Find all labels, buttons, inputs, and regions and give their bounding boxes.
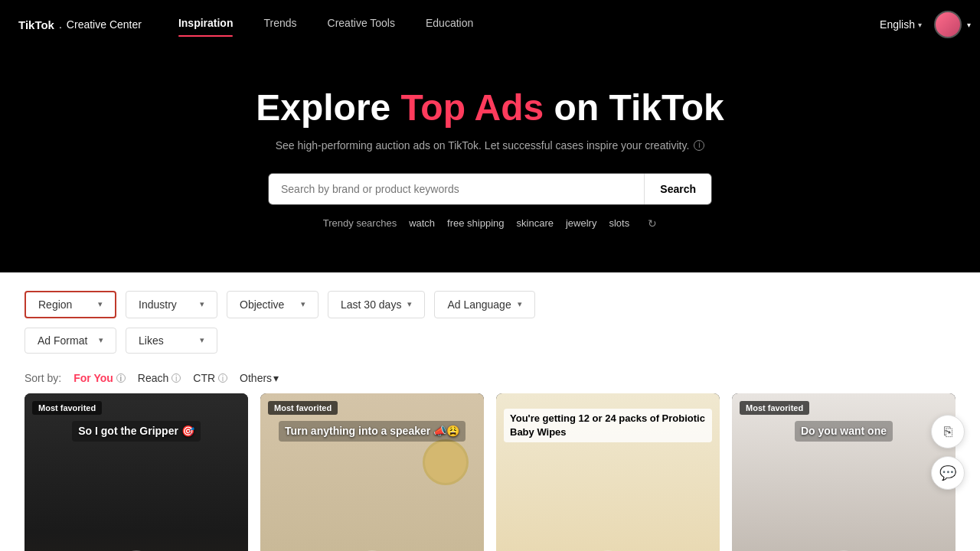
ad-language-label: Ad Language	[447, 298, 511, 311]
filters-row-1: Region ▾ Industry ▾ Objective ▾ Last 30 …	[24, 291, 956, 318]
video-caption-text-1: So I got the Gripper 🎯	[72, 421, 201, 442]
hero-title-highlight: Top Ads	[401, 87, 544, 128]
likes-dropdown[interactable]: Likes ▾	[126, 328, 217, 354]
last30days-dropdown[interactable]: Last 30 days ▾	[328, 291, 425, 318]
ad-format-chevron-icon: ▾	[99, 335, 103, 345]
nav-links: Inspiration Trends Creative Tools Educat…	[178, 17, 880, 32]
nav-link-creative-tools[interactable]: Creative Tools	[328, 17, 395, 32]
sort-row: Sort by: For You i Reach i CTR i Others …	[24, 363, 956, 393]
hero-section: Explore Top Ads on TikTok See high-perfo…	[0, 49, 980, 272]
video-grid: Most favorited So I got the Gripper 🎯 21…	[24, 393, 956, 551]
industry-dropdown[interactable]: Industry ▾	[126, 291, 217, 318]
language-chevron-icon: ▾	[918, 21, 922, 29]
video-badge-4: Most favorited	[740, 401, 809, 415]
chat-icon: 💬	[939, 465, 956, 481]
brand-name-cc: Creative Center	[67, 18, 142, 31]
filters-section: Region ▾ Industry ▾ Objective ▾ Last 30 …	[0, 272, 980, 393]
sort-label: Sort by:	[24, 372, 61, 384]
trendy-tag-slots[interactable]: slots	[609, 217, 629, 229]
video-card-3[interactable]: You're getting 12 or 24 packs of Probiot…	[496, 393, 720, 551]
share-icon: ⎘	[944, 424, 952, 440]
likes-chevron-icon: ▾	[200, 335, 204, 345]
search-bar: Search	[268, 173, 712, 205]
chat-fab-button[interactable]: 💬	[931, 456, 965, 490]
search-button[interactable]: Search	[644, 174, 711, 204]
video-caption-2: Turn anything into a speaker 📣😩	[260, 415, 484, 448]
filters-row-2: Ad Format ▾ Likes ▾	[24, 328, 956, 354]
hero-title-prefix: Explore	[256, 87, 400, 128]
video-caption-1: So I got the Gripper 🎯	[24, 415, 248, 448]
sort-reach[interactable]: Reach i	[138, 372, 181, 384]
objective-label: Objective	[240, 298, 284, 311]
video-caption-text-3: You're getting 12 or 24 packs of Probiot…	[504, 409, 712, 442]
trendy-label: Trendy searches	[323, 217, 397, 229]
video-badge-1: Most favorited	[32, 401, 102, 415]
trendy-tag-jewelry[interactable]: jewelry	[566, 217, 596, 229]
video-card-4[interactable]: Most favorited Do you want one	[732, 393, 956, 551]
industry-label: Industry	[139, 298, 177, 311]
search-input[interactable]	[269, 174, 644, 204]
sort-for-you-info-icon[interactable]: i	[116, 373, 126, 383]
video-caption-text-2: Turn anything into a speaker 📣😩	[279, 421, 466, 442]
sort-for-you[interactable]: For You i	[74, 372, 126, 384]
language-label: English	[880, 18, 915, 31]
ad-format-label: Ad Format	[38, 334, 87, 347]
video-card-1[interactable]: Most favorited So I got the Gripper 🎯 21…	[24, 393, 248, 551]
region-dropdown[interactable]: Region ▾	[24, 291, 116, 318]
sort-others-dropdown[interactable]: Others ▾	[240, 372, 279, 384]
last30days-label: Last 30 days	[341, 298, 401, 311]
region-label: Region	[38, 298, 72, 311]
trendy-tag-free-shipping[interactable]: free shipping	[447, 217, 504, 229]
share-fab-button[interactable]: ⎘	[931, 415, 965, 448]
brand-logo[interactable]: TikTok. Creative Center	[18, 18, 142, 31]
navbar-right: English ▾	[880, 11, 962, 38]
sort-ctr[interactable]: CTR i	[193, 372, 227, 384]
sort-reach-info-icon[interactable]: i	[172, 373, 181, 383]
video-caption-3: You're getting 12 or 24 packs of Probiot…	[496, 401, 720, 450]
hero-title: Explore Top Ads on TikTok	[18, 86, 962, 130]
fab-container: ⎘ 💬	[931, 415, 965, 490]
sort-ctr-info-icon[interactable]: i	[218, 373, 227, 383]
video-badge-2: Most favorited	[268, 401, 338, 415]
nav-link-education[interactable]: Education	[426, 17, 473, 32]
region-chevron-icon: ▾	[98, 299, 103, 309]
last30days-chevron-icon: ▾	[407, 299, 412, 309]
user-avatar-button[interactable]	[934, 11, 962, 38]
sort-others-chevron-icon: ▾	[273, 372, 279, 384]
ad-language-dropdown[interactable]: Ad Language ▾	[434, 291, 534, 318]
subtitle-info-icon[interactable]: i	[694, 140, 704, 151]
brand-separator: .	[59, 18, 62, 31]
nav-link-trends[interactable]: Trends	[263, 17, 296, 32]
hero-subtitle: See high-performing auction ads on TikTo…	[18, 139, 962, 152]
video-caption-4: Do you want one	[732, 415, 956, 448]
hero-title-suffix: on TikTok	[544, 87, 724, 128]
ad-language-chevron-icon: ▾	[518, 299, 522, 309]
brand-name-tiktok: TikTok	[18, 18, 54, 31]
ad-format-dropdown[interactable]: Ad Format ▾	[24, 328, 116, 354]
likes-label: Likes	[139, 334, 164, 347]
language-selector[interactable]: English ▾	[880, 18, 922, 31]
video-grid-section: Most favorited So I got the Gripper 🎯 21…	[0, 393, 980, 551]
trendy-tag-watch[interactable]: watch	[409, 217, 435, 229]
video-card-2[interactable]: Most favorited Turn anything into a spea…	[260, 393, 484, 551]
objective-chevron-icon: ▾	[301, 299, 305, 309]
trendy-searches-row: Trendy searches watch free shipping skin…	[18, 217, 962, 230]
objective-dropdown[interactable]: Objective ▾	[227, 291, 318, 318]
industry-chevron-icon: ▾	[200, 299, 204, 309]
trendy-tag-skincare[interactable]: skincare	[517, 217, 554, 229]
nav-link-inspiration[interactable]: Inspiration	[178, 17, 234, 32]
refresh-icon[interactable]: ↻	[648, 217, 657, 230]
video-caption-text-4: Do you want one	[795, 421, 893, 442]
navbar: TikTok. Creative Center Inspiration Tren…	[0, 0, 980, 49]
